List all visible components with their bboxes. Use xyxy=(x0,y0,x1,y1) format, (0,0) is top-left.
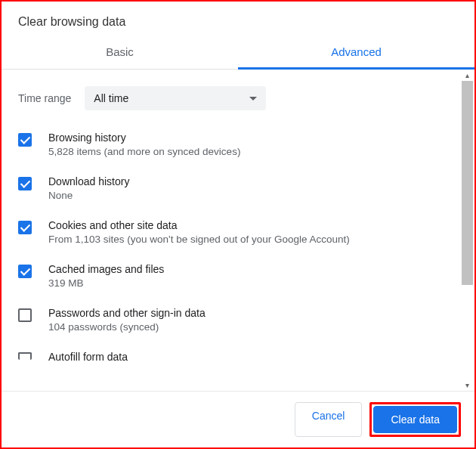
list-item: Download history None xyxy=(18,175,452,201)
item-subtitle: None xyxy=(48,190,129,201)
checkbox-passwords[interactable] xyxy=(18,308,32,322)
chevron-down-icon xyxy=(249,97,257,101)
list-item: Passwords and other sign-in data 104 pas… xyxy=(18,307,452,333)
time-range-row: Time range All time xyxy=(18,86,452,110)
dialog-title: Clear browsing data xyxy=(2,2,474,36)
item-title: Browsing history xyxy=(48,132,240,144)
time-range-label: Time range xyxy=(18,92,71,104)
scroll-area: Time range All time Browsing history 5,8… xyxy=(2,70,474,391)
checkbox-cookies[interactable] xyxy=(18,221,32,234)
item-title: Autofill form data xyxy=(48,351,128,363)
item-subtitle: 319 MB xyxy=(48,277,164,289)
scrollbar-thumb[interactable] xyxy=(462,81,473,285)
checkbox-autofill[interactable] xyxy=(18,352,32,360)
checkbox-download-history[interactable] xyxy=(18,177,32,190)
list-item: Browsing history 5,828 items (and more o… xyxy=(18,132,452,157)
scroll-down-arrow-icon[interactable]: ▾ xyxy=(462,379,473,391)
list-item: Cached images and files 319 MB xyxy=(18,263,452,289)
checkbox-cached[interactable] xyxy=(18,265,32,278)
item-subtitle: From 1,103 sites (you won't be signed ou… xyxy=(48,234,350,245)
list-item: Cookies and other site data From 1,103 s… xyxy=(18,219,452,245)
item-title: Download history xyxy=(48,175,129,187)
dialog-footer: Cancel Clear data xyxy=(2,391,474,447)
list-item: Autofill form data xyxy=(18,351,452,365)
scrollbar[interactable]: ▴ ▾ xyxy=(462,70,473,391)
item-title: Cookies and other site data xyxy=(48,219,350,231)
clear-data-button[interactable]: Clear data xyxy=(373,406,457,433)
tab-advanced[interactable]: Advanced xyxy=(238,36,474,69)
cancel-button[interactable]: Cancel xyxy=(295,402,363,437)
item-title: Passwords and other sign-in data xyxy=(48,307,206,319)
item-subtitle: 104 passwords (synced) xyxy=(48,321,206,333)
item-title: Cached images and files xyxy=(48,263,164,275)
time-range-value: All time xyxy=(94,92,128,104)
checkbox-browsing-history[interactable] xyxy=(18,133,32,147)
time-range-select[interactable]: All time xyxy=(85,86,266,110)
highlight-annotation: Clear data xyxy=(369,402,461,437)
item-subtitle: 5,828 items (and more on synced devices) xyxy=(48,146,240,157)
tab-basic[interactable]: Basic xyxy=(2,36,238,69)
tabs: Basic Advanced xyxy=(2,36,474,70)
scroll-up-arrow-icon[interactable]: ▴ xyxy=(462,70,473,81)
clear-browsing-data-dialog: Clear browsing data Basic Advanced Time … xyxy=(2,2,474,447)
